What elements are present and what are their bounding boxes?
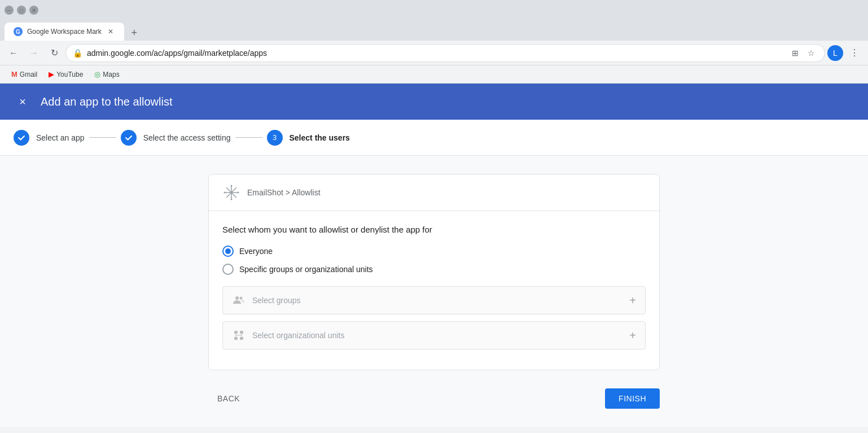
back-button[interactable]: BACK	[208, 390, 249, 408]
svg-point-6	[231, 199, 233, 200]
close-button[interactable]: ✕	[29, 6, 38, 15]
step1-label: Select an app	[36, 133, 85, 142]
youtube-favicon-icon: ▶	[49, 70, 54, 78]
active-tab[interactable]: G Google Workspace Mark ✕	[5, 23, 124, 41]
maps-favicon-icon: ◎	[94, 70, 100, 78]
main-card: EmailShot > Allowlist Select whom you wa…	[208, 174, 660, 370]
bookmark-maps[interactable]: ◎ Maps	[90, 68, 124, 81]
toolbar: ← → ↻ 🔒 admin.google.com/ac/apps/gmail/m…	[0, 41, 868, 65]
radio-group: Everyone Specific groups or organization…	[222, 246, 646, 275]
select-org-units-placeholder: Select organizational units	[252, 331, 622, 340]
select-groups-row[interactable]: Select groups +	[222, 286, 646, 314]
app-icon-svg	[222, 183, 240, 202]
emailshot-app-icon	[222, 183, 240, 202]
gmail-favicon-icon: M	[11, 70, 17, 78]
svg-point-8	[238, 192, 239, 194]
address-icons: ⊞ ☆	[788, 46, 818, 60]
step-select-users: 3 Select the users	[267, 130, 350, 146]
svg-rect-11	[234, 331, 238, 334]
card-header: EmailShot > Allowlist	[209, 174, 659, 211]
svg-point-7	[224, 192, 226, 194]
org-svg-icon	[233, 329, 245, 342]
select-groups-placeholder: Select groups	[252, 296, 622, 305]
org-units-icon	[232, 329, 246, 342]
radio-everyone-btn[interactable]	[222, 246, 234, 257]
main-area: EmailShot > Allowlist Select whom you wa…	[0, 156, 868, 427]
step3-label: Select the users	[290, 133, 350, 142]
step-select-app: Select an app	[14, 130, 85, 146]
footer-actions: BACK FINISH	[208, 388, 660, 409]
bookmark-youtube[interactable]: ▶ YouTube	[44, 68, 87, 81]
tab-title: Google Workspace Mark	[27, 28, 102, 36]
svg-point-9	[235, 296, 239, 300]
profile-avatar[interactable]: L	[827, 45, 843, 61]
step2-label: Select the access setting	[143, 133, 231, 142]
bookmark-icon[interactable]: ☆	[804, 46, 818, 60]
restore-button[interactable]: □	[17, 6, 26, 15]
bookmark-gmail[interactable]: M Gmail	[7, 68, 42, 81]
bookmark-gmail-label: Gmail	[20, 71, 37, 78]
step-access-setting: Select the access setting	[121, 130, 231, 146]
radio-everyone-label: Everyone	[239, 247, 273, 256]
bookmark-youtube-label: YouTube	[56, 71, 83, 78]
tab-close-button[interactable]: ✕	[106, 27, 115, 36]
groups-icon	[232, 294, 246, 307]
step3-circle: 3	[267, 130, 283, 146]
reload-button[interactable]: ↻	[45, 44, 63, 62]
svg-rect-13	[234, 337, 238, 340]
back-button[interactable]: ←	[5, 44, 23, 62]
tabs-bar: G Google Workspace Mark ✕ +	[0, 20, 868, 41]
new-tab-button[interactable]: +	[126, 25, 142, 41]
address-text: admin.google.com/ac/apps/gmail/marketpla…	[87, 49, 784, 58]
bookmarks-bar: M Gmail ▶ YouTube ◎ Maps	[0, 65, 868, 84]
groups-svg-icon	[233, 294, 245, 307]
page-header: × Add an app to the allowlist	[0, 84, 868, 120]
radio-specific-label: Specific groups or organizational units	[239, 265, 373, 274]
svg-point-5	[231, 185, 233, 187]
page-title: Add an app to the allowlist	[41, 95, 173, 108]
card-body: Select whom you want to allowlist or den…	[209, 211, 659, 370]
add-groups-icon[interactable]: +	[629, 294, 636, 307]
address-bar[interactable]: 🔒 admin.google.com/ac/apps/gmail/marketp…	[65, 44, 825, 62]
page-close-button[interactable]: ×	[14, 93, 32, 111]
step1-circle	[14, 130, 29, 146]
radio-everyone[interactable]: Everyone	[222, 246, 646, 257]
finish-button[interactable]: FINISH	[605, 388, 660, 409]
translate-icon[interactable]: ⊞	[788, 46, 802, 60]
breadcrumb: EmailShot > Allowlist	[247, 188, 321, 197]
svg-point-10	[240, 297, 243, 300]
radio-specific[interactable]: Specific groups or organizational units	[222, 264, 646, 275]
svg-rect-14	[240, 337, 243, 340]
connector-2	[235, 137, 262, 138]
menu-button[interactable]: ⋮	[845, 44, 863, 62]
checkmark2-icon	[125, 134, 133, 142]
page-content: × Add an app to the allowlist Select an …	[0, 84, 868, 427]
select-org-units-row[interactable]: Select organizational units +	[222, 321, 646, 349]
browser-chrome: ─ □ ✕ G Google Workspace Mark ✕ + ← → ↻ …	[0, 0, 868, 427]
stepper-bar: Select an app Select the access setting …	[0, 120, 868, 156]
tab-favicon: G	[14, 27, 23, 36]
title-bar: ─ □ ✕	[0, 0, 868, 20]
forward-button[interactable]: →	[25, 44, 43, 62]
bookmark-maps-label: Maps	[103, 71, 119, 78]
step2-circle	[121, 130, 137, 146]
add-org-units-icon[interactable]: +	[629, 329, 636, 342]
checkmark-icon	[17, 134, 25, 142]
step3-number: 3	[273, 133, 277, 142]
minimize-button[interactable]: ─	[5, 6, 14, 15]
svg-rect-12	[240, 331, 243, 334]
title-bar-controls: ─ □ ✕	[5, 6, 38, 15]
card-question: Select whom you want to allowlist or den…	[222, 225, 646, 234]
connector-1	[89, 137, 116, 138]
radio-specific-btn[interactable]	[222, 264, 234, 275]
